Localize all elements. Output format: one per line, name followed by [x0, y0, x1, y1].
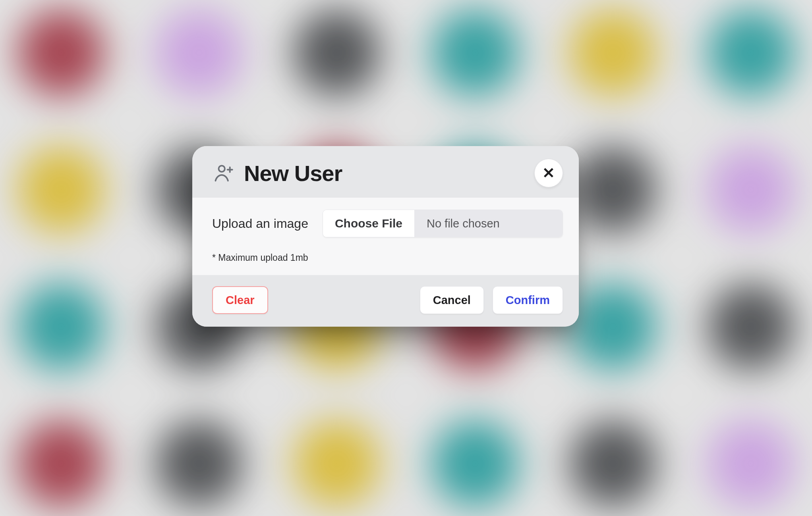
avatar-blur [569, 146, 657, 233]
avatar-blur [17, 283, 105, 370]
upload-label: Upload an image [212, 216, 308, 231]
upload-row: Upload an image Choose File No file chos… [212, 210, 563, 237]
cancel-button[interactable]: Cancel [420, 286, 484, 314]
avatar-blur [707, 283, 795, 370]
avatar-blur [569, 9, 657, 96]
avatar-blur [17, 146, 105, 233]
avatar-blur [17, 9, 105, 96]
new-user-modal: New User ✕ Upload an image Choose File N… [192, 146, 579, 327]
avatar-blur [569, 283, 657, 370]
svg-point-0 [218, 166, 224, 171]
user-plus-icon [212, 162, 235, 185]
avatar-blur [707, 9, 795, 96]
file-status-text: No file chosen [415, 210, 563, 237]
modal-header: New User ✕ [192, 146, 579, 198]
avatar-blur [17, 420, 105, 507]
avatar-blur [431, 420, 519, 507]
file-input[interactable]: Choose File No file chosen [323, 210, 563, 237]
close-icon: ✕ [542, 166, 555, 181]
clear-button[interactable]: Clear [212, 286, 268, 314]
avatar-blur [569, 420, 657, 507]
avatar-blur [707, 420, 795, 507]
confirm-button[interactable]: Confirm [493, 286, 563, 314]
avatar-blur [707, 146, 795, 233]
avatar-blur [155, 420, 243, 507]
avatar-blur [293, 9, 381, 96]
avatar-blur [155, 9, 243, 96]
avatar-blur [293, 420, 381, 507]
upload-hint: * Maximum upload 1mb [212, 252, 563, 263]
modal-body: Upload an image Choose File No file chos… [192, 198, 579, 275]
modal-footer: Clear Cancel Confirm [192, 275, 579, 327]
modal-title: New User [244, 160, 342, 186]
avatar-blur [431, 9, 519, 96]
close-button[interactable]: ✕ [534, 159, 563, 187]
choose-file-button[interactable]: Choose File [323, 210, 415, 237]
